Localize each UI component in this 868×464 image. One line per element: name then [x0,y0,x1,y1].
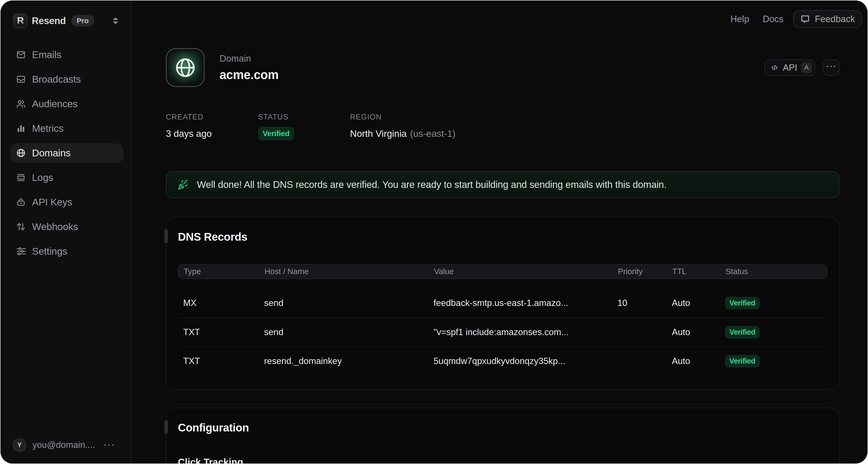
more-button[interactable]: ··· [823,59,839,76]
avatar: Y [13,438,26,452]
sidebar-item-label: Settings [32,246,67,257]
user-email: you@domain.... [32,440,95,450]
table-row[interactable]: TXT resend._domainkey 5uqmdw7qpxudkyvdon… [178,346,827,375]
sidebar-item-label: Audiences [32,98,78,110]
column-type: Type [184,267,265,276]
banner-message: Well done! All the DNS records are verif… [197,179,666,190]
plan-badge: Pro [71,15,94,27]
sidebar-item-label: Broadcasts [32,74,81,85]
sidebar-item-api-keys[interactable]: API Keys [10,193,123,212]
status-badge: Verified [258,127,294,141]
dns-records-title: DNS Records [178,230,827,243]
sidebar-item-settings[interactable]: Settings [10,242,123,261]
status-label: STATUS [258,113,350,122]
docs-link[interactable]: Docs [763,14,784,24]
sidebar-item-label: API Keys [32,197,72,208]
resend-logo-letter: R [17,16,24,26]
ellipsis-icon[interactable]: ··· [104,440,116,450]
bar-chart-icon [16,124,26,133]
region-label: REGION [350,113,456,122]
created-value: 3 days ago [166,127,258,141]
click-tracking-heading: Click Tracking [178,457,827,464]
ellipsis-icon: ··· [826,62,837,71]
header-actions: API A ··· [765,59,839,76]
user-menu[interactable]: Y you@domain.... ··· [13,438,122,452]
domain-header: Domain acme.com API A ··· [166,48,839,87]
party-popper-icon [178,179,188,190]
sidebar-item-logs[interactable]: Logs [10,168,123,187]
inbox-icon [16,75,26,84]
sidebar-item-domains[interactable]: Domains [10,143,123,163]
workspace-name: Resend [32,16,66,26]
speech-bubble-icon [800,14,810,24]
domain-label: Domain [220,54,279,64]
main-content: Help Docs Feedback Domain acme.co [132,0,868,464]
rows-icon [16,173,26,182]
success-banner: Well done! All the DNS records are verif… [166,171,839,198]
resend-logo: R [13,13,27,28]
feedback-label: Feedback [815,14,855,24]
region-code: (us-east-1) [410,128,456,139]
verified-badge: Verified [725,326,760,339]
sidebar-item-metrics[interactable]: Metrics [10,119,123,138]
dns-records-card: DNS Records Type Host / Name Value Prior… [166,217,839,389]
api-kbd-shortcut: A [801,62,812,73]
help-link[interactable]: Help [730,14,749,24]
mail-icon [16,50,26,59]
sidebar: R Resend Pro Emails Broadcasts Audiences… [0,0,132,464]
chevron-up-down-icon[interactable] [113,17,119,25]
card-scroll-notch [164,420,168,434]
sidebar-item-broadcasts[interactable]: Broadcasts [10,69,123,89]
sidebar-item-audiences[interactable]: Audiences [10,94,123,113]
created-label: CREATED [166,113,258,122]
verified-badge: Verified [725,297,760,309]
sidebar-item-label: Domains [32,147,70,159]
sidebar-item-label: Emails [32,49,61,60]
column-value: Value [434,267,618,276]
sidebar-item-label: Logs [32,172,53,183]
table-row[interactable]: MX send feedback-smtp.us-east-1.amazo...… [178,289,827,318]
configuration-card: Configuration Click Tracking [166,408,839,464]
table-header: Type Host / Name Value Priority TTL Stat… [178,264,827,279]
table-row[interactable]: TXT send "v=spf1 include:amazonses.com..… [178,318,827,346]
table-body: MX send feedback-smtp.us-east-1.amazo...… [178,289,827,375]
column-status: Status [725,267,827,276]
users-icon [16,99,26,109]
api-button[interactable]: API A [765,59,815,76]
avatar-initial: Y [17,441,22,449]
sidebar-nav: Emails Broadcasts Audiences Metrics Doma… [10,45,123,266]
app-window: R Resend Pro Emails Broadcasts Audiences… [0,0,868,464]
feedback-button[interactable]: Feedback [793,10,862,28]
api-button-label: API [783,63,797,73]
configuration-title: Configuration [178,421,827,434]
verified-badge: Verified [725,355,760,368]
page-title: acme.com [220,68,279,82]
topbar: Help Docs Feedback [717,10,862,28]
card-scroll-notch [164,229,168,243]
column-priority: Priority [618,267,672,276]
lock-icon [16,197,26,207]
sidebar-item-emails[interactable]: Emails [10,45,123,64]
globe-icon [16,148,26,158]
code-icon [770,63,779,72]
domain-globe-icon [166,48,205,87]
column-ttl: TTL [672,267,725,276]
domain-meta: CREATED 3 days ago STATUS Verified REGIO… [166,113,456,141]
sliders-icon [16,246,26,256]
workspace-switcher[interactable]: R Resend Pro [13,13,119,28]
column-host: Host / Name [265,267,434,276]
sidebar-item-label: Metrics [32,123,64,134]
sidebar-item-label: Webhooks [32,221,78,232]
sidebar-item-webhooks[interactable]: Webhooks [10,217,123,236]
arrows-up-down-icon [16,222,26,232]
region-value: North Virginia [350,128,407,139]
